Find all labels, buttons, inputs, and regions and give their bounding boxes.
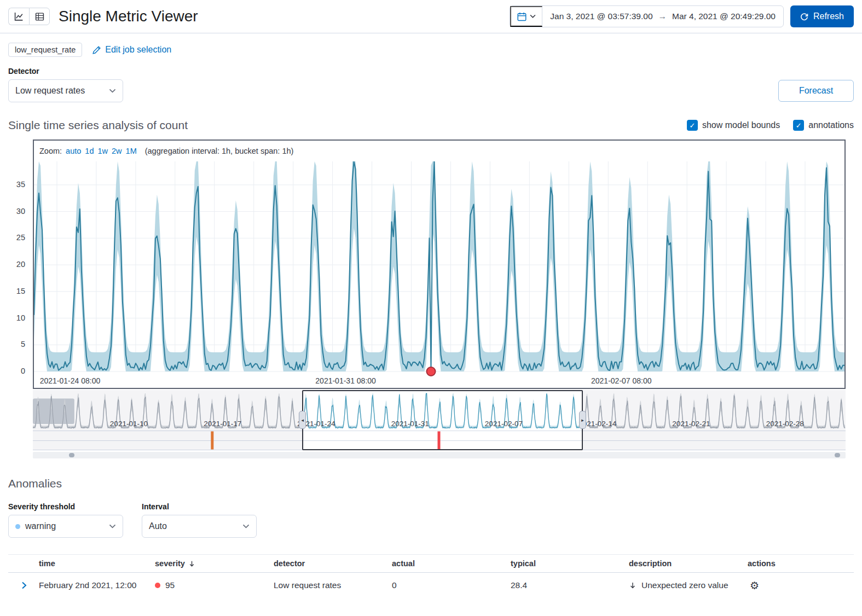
col-header-severity[interactable]: severity (151, 559, 269, 568)
end-date-button[interactable]: Mar 4, 2021 @ 20:49:29.00 (672, 11, 776, 21)
single-metric-viewer-app: Single Metric Viewer Jan 3, 2021 @ 03:57… (0, 0, 862, 598)
zoom-option-2w[interactable]: 2w (112, 147, 122, 155)
show-model-bounds-checkbox[interactable]: ✓ show model bounds (687, 120, 780, 131)
pencil-icon (92, 45, 101, 55)
chevron-down-icon (109, 89, 116, 93)
chevron-down-icon (530, 14, 536, 19)
y-axis-tick-label: 20 (0, 260, 25, 269)
annotations-label: annotations (808, 120, 854, 130)
y-axis-tick-label: 30 (0, 207, 25, 216)
expand-row-button[interactable] (16, 577, 32, 594)
refresh-button[interactable]: Refresh (790, 5, 854, 27)
y-axis-tick-label: 0 (0, 367, 25, 375)
annotations-checkbox[interactable]: ✓ annotations (793, 120, 854, 131)
y-axis-tick-label: 5 (0, 340, 25, 348)
main-chart-container: Zoom: auto 1d 1w 2w 1M (aggregation inte… (33, 140, 846, 389)
anomaly-actions-cell: ⚙ (743, 580, 854, 591)
gear-icon[interactable]: ⚙ (750, 580, 759, 591)
detector-field: Detector Low request rates (8, 67, 123, 102)
warning-severity-dot-icon (15, 524, 20, 529)
svg-text:2021-02-28: 2021-02-28 (766, 420, 804, 428)
context-chart[interactable]: 2021-01-102021-01-172021-01-242021-01-31… (33, 390, 846, 450)
anomaly-typical-cell: 28.4 (506, 580, 624, 590)
severity-threshold-field: Severity threshold warning (8, 502, 123, 538)
zoom-controls: Zoom: auto 1d 1w 2w 1M (aggregation inte… (34, 141, 844, 161)
aggregation-info: (aggregation interval: 1h, bucket span: … (145, 147, 294, 155)
anomaly-time-cell: February 2nd 2021, 12:00 (34, 580, 151, 590)
anomalies-section: Anomalies Severity threshold warning Int… (0, 458, 862, 598)
interval-select[interactable]: Auto (142, 515, 257, 538)
anomalies-title: Anomalies (8, 477, 854, 490)
edit-job-selection-label: Edit job selection (105, 45, 171, 55)
y-axis-tick-label: 35 (0, 180, 25, 189)
interval-selected-value: Auto (149, 521, 167, 531)
svg-text:2021-02-07: 2021-02-07 (485, 420, 523, 428)
table-view-button[interactable] (29, 8, 50, 25)
scrollbar-right-thumb[interactable] (835, 453, 840, 457)
y-axis-labels: 05101520253035 (0, 140, 25, 380)
header-right: Jan 3, 2021 @ 03:57:39.00 → Mar 4, 2021 … (510, 5, 854, 27)
checkbox-checked-icon: ✓ (793, 120, 804, 131)
zoom-option-1M[interactable]: 1M (126, 147, 137, 155)
table-icon (35, 12, 44, 21)
col-header-description[interactable]: description (624, 559, 743, 568)
critical-severity-dot-icon (155, 583, 160, 588)
col-header-actual[interactable]: actual (387, 559, 506, 568)
zoom-option-1w[interactable]: 1w (97, 147, 108, 155)
severity-threshold-select[interactable]: warning (8, 515, 123, 538)
brush-right-handle[interactable]: ▸ (579, 411, 586, 429)
y-axis-tick-label: 15 (0, 287, 25, 295)
anomaly-detector-cell: Low request rates (269, 580, 387, 590)
edit-job-selection-link[interactable]: Edit job selection (92, 45, 171, 55)
detector-selected-value: Low request rates (15, 86, 85, 96)
header-left: Single Metric Viewer (8, 8, 198, 25)
forecast-button[interactable]: Forecast (778, 80, 854, 102)
svg-text:2021-02-07 08:00: 2021-02-07 08:00 (591, 376, 652, 385)
chart-options: ✓ show model bounds ✓ annotations (687, 120, 854, 131)
svg-text:2021-01-17: 2021-01-17 (204, 420, 241, 428)
series-title: Single time series analysis of count (8, 119, 188, 132)
main-chart[interactable]: 2021-01-24 08:002021-01-31 08:002021-02-… (34, 161, 844, 388)
line-chart-icon (14, 12, 24, 21)
col-header-detector[interactable]: detector (269, 559, 387, 568)
anomaly-actual-cell: 0 (387, 580, 506, 590)
date-range-arrow: → (658, 11, 667, 21)
context-chart-container: 2021-01-102021-01-172021-01-242021-01-31… (33, 390, 846, 458)
col-header-time[interactable]: time (34, 559, 151, 568)
quick-select-button[interactable] (510, 6, 542, 27)
zoom-option-1d[interactable]: 1d (85, 147, 94, 155)
interval-label: Interval (142, 502, 257, 511)
zoom-label: Zoom: (39, 147, 62, 155)
chevron-down-icon (242, 524, 250, 528)
series-section-header: Single time series analysis of count ✓ s… (0, 102, 862, 140)
detector-select[interactable]: Low request rates (8, 79, 123, 102)
refresh-icon (800, 13, 808, 21)
col-header-typical[interactable]: typical (506, 559, 624, 568)
svg-text:2021-01-31 08:00: 2021-01-31 08:00 (315, 376, 376, 385)
sort-descending-icon (188, 560, 195, 567)
severity-selected: warning (15, 521, 56, 531)
start-date-button[interactable]: Jan 3, 2021 @ 03:57:39.00 (550, 11, 652, 21)
job-badge: low_request_rate (8, 43, 82, 57)
severity-selected-value: warning (25, 521, 56, 531)
job-selection-bar: low_request_rate Edit job selection (0, 33, 862, 62)
detector-label: Detector (8, 67, 123, 75)
anomalies-table-header: time severity detector actual typical de… (8, 555, 854, 573)
checkbox-checked-icon: ✓ (687, 120, 698, 131)
anomaly-row: February 2nd 2021, 12:00 95 Low request … (8, 573, 854, 598)
col-header-actions: actions (743, 559, 854, 568)
svg-text:2021-01-31: 2021-01-31 (391, 420, 429, 428)
zoom-option-auto[interactable]: auto (66, 147, 81, 155)
severity-threshold-label: Severity threshold (8, 502, 123, 511)
refresh-label: Refresh (813, 11, 844, 21)
calendar-icon (517, 12, 527, 21)
chevron-down-icon (109, 524, 116, 528)
interval-field: Interval Auto (142, 502, 257, 538)
chart-area: 05101520253035 Zoom: auto 1d 1w 2w 1M (a… (0, 140, 862, 458)
context-scrollbar[interactable] (33, 452, 846, 458)
scrollbar-left-thumb[interactable] (69, 453, 74, 457)
expander-cell (8, 577, 34, 594)
date-range-picker[interactable]: Jan 3, 2021 @ 03:57:39.00 → Mar 4, 2021 … (510, 5, 784, 27)
brush-left-handle[interactable]: ◂ (299, 411, 306, 429)
chart-view-button[interactable] (8, 8, 29, 25)
